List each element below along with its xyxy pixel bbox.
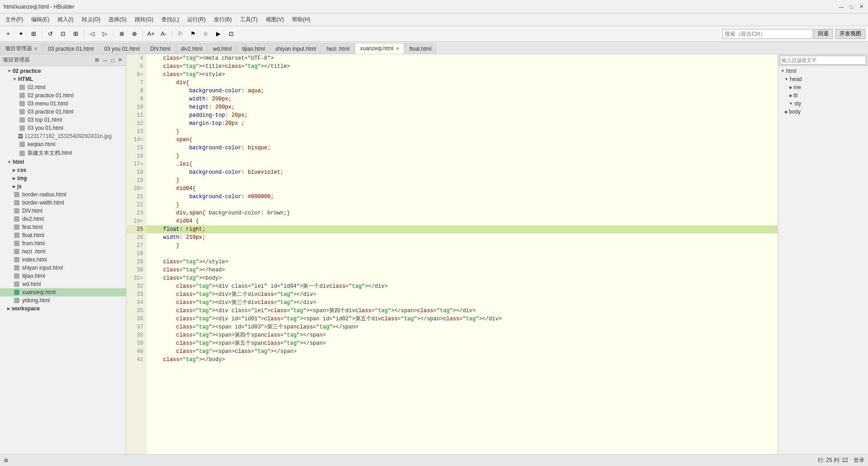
sidebar-item-03top01[interactable]: 03 top 01.html [0,116,126,124]
sidebar-item-keqian[interactable]: keqian.html [0,140,126,148]
sidebar-item-03practice01[interactable]: 03 practice 01.html [0,108,126,116]
menu-item-编辑(E)[interactable]: 编辑(E) [28,14,53,25]
sidebar-close-btn[interactable]: ✕ [117,57,123,63]
toolbar-btn-14[interactable]: ⚑ [188,29,198,39]
menu-item-选择(S)[interactable]: 选择(S) [105,14,130,25]
menu-item-文件(F)[interactable]: 文件(F) [2,14,27,25]
sidebar-item-fromhtml[interactable]: from.html [0,239,126,247]
toolbar-btn-13[interactable]: ⚐ [175,29,186,39]
sidebar-item-newfile[interactable]: 新建文本文档.html [0,148,126,158]
sidebar-item-borderradius[interactable]: border-radius.html [0,190,126,199]
sidebar-item-02html[interactable]: 02.html [0,83,126,91]
login-link[interactable]: 登录 [854,456,864,464]
sidebar-item-tijiaohtml[interactable]: tijiao.html [0,272,126,280]
rtree-item-tit[interactable]: ◆tit [779,91,867,100]
tab-div2.html[interactable]: div2.html [176,43,208,54]
sidebar-item-yidonghtml[interactable]: yidong.html [0,296,126,304]
toolbar-btn-16[interactable]: ⊡ [226,29,236,39]
tab-close-btn[interactable]: ✕ [34,46,38,51]
tab-03-you-01.html[interactable]: 03 you 01.html [99,43,145,54]
rtree-item-me[interactable]: ◆me [779,83,867,91]
sidebar-item-js-folder[interactable]: ▶js [0,182,126,190]
tab-float.html[interactable]: float.html [405,43,437,54]
code-container[interactable]: 456=7891011121314=151617=181920=21222324… [127,54,778,454]
new-file-button[interactable]: + [3,29,14,39]
rtree-item-body[interactable]: ◆body [779,108,867,116]
toolbar-btn-6[interactable]: ⊞ [70,29,81,39]
toolbar-btn-15[interactable]: ☆ [200,29,211,39]
sidebar-btn-1[interactable]: ⊞ [94,57,100,63]
sidebar-item-02practice01[interactable]: 02 practice 01.html [0,91,126,100]
tab-label: 项目管理器 [5,45,32,52]
toolbar-btn-8[interactable]: ▷ [99,29,110,39]
menu-item-视图(V)[interactable]: 视图(V) [262,14,288,25]
toolbar-btn-4[interactable]: ↺ [45,29,56,39]
rtree-item-sty[interactable]: ▼sty [779,100,867,108]
maximize-button[interactable]: □ [848,4,854,10]
tab-项目管理器[interactable]: 项目管理器✕ [0,43,42,54]
tab-wd.html[interactable]: wd.html [208,43,236,54]
tab-close-btn[interactable]: ✕ [396,46,399,51]
sidebar-item-workspace[interactable]: ▶workspace [0,304,126,313]
sidebar-item-indexhtml[interactable]: index.html [0,256,126,264]
sidebar-item-xuanzeqihtml[interactable]: xuanzeqi.html [0,288,126,296]
line-number: 19 [127,176,146,185]
toolbar-btn-2[interactable]: ✦ [15,29,26,39]
sidebar-item-floathtml[interactable]: float.html [0,231,126,239]
menu-bar: 文件(F)编辑(E)插入(I)转义(O)选择(S)跳转(G)查找(L)运行(R)… [0,14,868,26]
tab-tijiao.html[interactable]: tijiao.html [237,43,270,54]
sidebar-item-imgfile[interactable]: 🖼1123177182_15325409292431n.jpg [0,132,126,140]
file-color-icon [14,216,19,222]
rtree-item-html[interactable]: ▼html [779,67,867,75]
sidebar-item-css-folder[interactable]: ▶css [0,166,126,174]
toolbar-btn-12[interactable]: A- [158,29,169,39]
sidebar-btn-2[interactable]: — [101,57,109,63]
sidebar-item-html-folder[interactable]: ▼HTML [0,75,126,83]
code-content[interactable]: class="tag"><meta charset="UTF-8"> class… [146,54,778,454]
toolbar-btn-3[interactable]: ⊞ [28,29,39,39]
sidebar-item-shiyanhtml[interactable]: shiyan input.html [0,264,126,272]
menu-item-工具(T)[interactable]: 工具(T) [236,14,261,25]
menu-item-跳转(G)[interactable]: 跳转(G) [131,14,157,25]
menu-item-转义(O)[interactable]: 转义(O) [78,14,104,25]
sidebar-item-03you01[interactable]: 03 you 01.html [0,124,126,132]
sidebar-item-img-folder[interactable]: ▶img [0,174,126,182]
toolbar-btn-11[interactable]: A+ [146,29,156,39]
toolbar-btn-9[interactable]: ⊗ [116,29,127,39]
sidebar-item-html2[interactable]: ▼html [0,158,126,166]
rtree-item-head[interactable]: ▼head [779,75,867,83]
menu-item-运行(R)[interactable]: 运行(R) [184,14,209,25]
dev-view-button[interactable]: 开发视图 [835,29,865,39]
toolbar-btn-10[interactable]: ⊕ [129,29,140,39]
sidebar-item-wdhtml[interactable]: wd.html [0,280,126,288]
tab-shiyan-input.html[interactable]: shiyan input.html [270,43,321,54]
sidebar-item-div2html[interactable]: div2.html [0,215,126,223]
sidebar-item-DIVhtml[interactable]: DIV.html [0,207,126,215]
sidebar-item-hezihtml[interactable]: hezi .html [0,247,126,256]
sidebar-item-borderwidth[interactable]: border-width.html [0,199,126,207]
tab-xuanzeqi.html[interactable]: xuanzeqi.html✕ [355,43,404,54]
sidebar-btn-3[interactable]: □ [110,57,116,63]
menu-item-发行(B)[interactable]: 发行(B) [210,14,236,25]
search-back-button[interactable]: 回退 [814,29,833,39]
menu-item-插入(I)[interactable]: 插入(I) [54,14,77,25]
menu-item-查找(L)[interactable]: 查找(L) [158,14,183,25]
tab-label: div2.html [181,46,203,52]
line-number: 16 [127,152,146,160]
toolbar-btn-5[interactable]: ⊡ [57,29,68,39]
run-button[interactable]: ▶ [213,29,224,39]
menu-item-帮助(H)[interactable]: 帮助(H) [288,14,314,25]
sidebar-item-03menu01[interactable]: 03 menu 01.html [0,100,126,108]
tab-03-practice-01.html[interactable]: 03 practice 01.html [43,43,99,54]
toolbar-btn-7[interactable]: ◁ [87,29,98,39]
tab-DIV.html[interactable]: DIV.html [145,43,175,54]
filter-input[interactable] [780,56,866,65]
close-button[interactable]: ✕ [858,4,864,10]
line-number: 40 [127,347,146,356]
sidebar-item-practice[interactable]: ▼02 practice [0,67,126,75]
tab-hezi-.html[interactable]: hezi .html [321,43,354,54]
code-line: class="tag"><div class="lei" id="id04">第… [146,282,778,290]
minimize-button[interactable]: — [838,4,844,10]
search-input[interactable] [722,29,813,39]
sidebar-item-firsthtml[interactable]: first.html [0,223,126,231]
